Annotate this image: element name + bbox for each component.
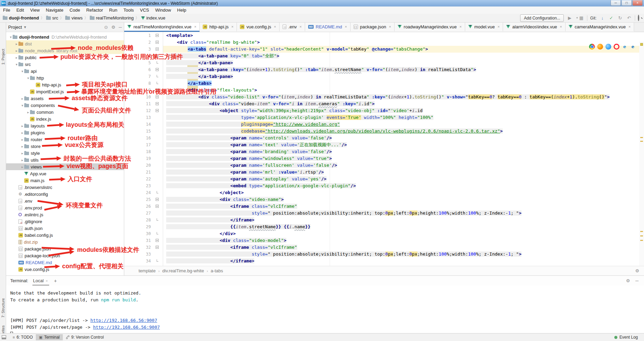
close-icon[interactable]: × — [498, 25, 500, 29]
line-number[interactable]: 17 — [124, 141, 151, 148]
line-number[interactable]: 33 — [124, 251, 151, 258]
toolwindow-toggle-icon[interactable] — [2, 335, 6, 339]
close-icon[interactable]: × — [274, 25, 276, 29]
code-line[interactable]: style=" position:absolute;visibility:inh… — [166, 251, 639, 258]
tree-item[interactable]: ▾duoji-frontendD:\zheheWeb\duoji-fronten… — [6, 33, 124, 40]
line-number[interactable]: 29 — [124, 223, 151, 230]
fold-icon[interactable] — [156, 102, 159, 105]
statusbar-terminal[interactable]: ▣Terminal — [36, 334, 63, 340]
line-number[interactable]: 32 — [124, 244, 151, 251]
editor-tab[interactable]: { }package.json× — [350, 23, 395, 32]
code-line[interactable]: <param name='text' value='正在加载视频中...'/> — [166, 141, 639, 148]
close-icon[interactable]: × — [345, 25, 347, 29]
line-number[interactable]: 20 — [124, 162, 151, 169]
line-number[interactable]: 6 — [124, 66, 151, 73]
search-everywhere-icon[interactable] — [638, 15, 639, 21]
close-icon[interactable]: × — [194, 25, 196, 29]
tree-item[interactable]: ⚙.editorconfig — [6, 191, 124, 197]
code-line[interactable]: <div class="flex-layouts"> — [166, 87, 639, 94]
inspection-indicator[interactable] — [640, 43, 643, 46]
editor-tab[interactable]: MDREADME.md× — [305, 23, 350, 32]
line-number[interactable]: 34 — [124, 258, 151, 264]
close-icon[interactable]: × — [560, 25, 562, 29]
warning-mark[interactable] — [640, 231, 643, 232]
menu-tools[interactable]: Tools — [120, 7, 137, 13]
warning-mark[interactable] — [640, 235, 643, 236]
close-icon[interactable]: × — [459, 25, 461, 29]
stripe-structure-label[interactable]: 7: Structure — [1, 298, 5, 318]
fold-end-icon[interactable] — [157, 75, 158, 77]
chevron-icon[interactable]: ▸ — [20, 145, 24, 148]
breadcrumb-item[interactable]: realTimeMonitoring — [90, 15, 134, 21]
statusbar--version-control[interactable]: 9: Version Control — [63, 334, 107, 340]
git-history-icon[interactable]: ↻ — [617, 15, 623, 21]
fold-end-icon[interactable] — [157, 259, 158, 262]
code-line[interactable]: style=" position:absolute;visibility:inh… — [166, 210, 639, 217]
line-number[interactable]: 4 — [124, 53, 151, 59]
terminal-minimize-icon[interactable]: ─ — [635, 278, 639, 283]
line-number[interactable]: 18 — [124, 148, 151, 155]
safari-icon[interactable] — [605, 44, 611, 50]
fold-icon[interactable] — [156, 54, 159, 57]
chevron-icon[interactable]: ▸ — [20, 131, 24, 135]
breadcrumb-item[interactable]: src — [46, 15, 58, 21]
project-panel-title[interactable]: Project — [8, 25, 22, 30]
code-line[interactable]: <param name='controls' value='false'/> — [166, 135, 639, 141]
tree-item[interactable]: .browserslistrc — [6, 184, 124, 191]
code-line[interactable]: {{item.streetName}} {{i.name}} — [166, 223, 639, 230]
line-number[interactable]: 14 — [124, 121, 151, 128]
line-number[interactable]: 3 — [124, 46, 151, 53]
tree-item[interactable]: ▸store — [6, 143, 124, 150]
menu-navigate[interactable]: Navigate — [43, 7, 66, 13]
tree-item[interactable]: ▸router — [6, 136, 124, 143]
editor-tab[interactable]: JShttp-api.js× — [200, 23, 237, 32]
tree-item[interactable]: ▸views — [6, 163, 124, 170]
tree-item[interactable]: ▾src — [6, 61, 124, 68]
tree-item[interactable]: { }auth.json — [6, 225, 124, 232]
chevron-icon[interactable]: ▸ — [20, 124, 24, 128]
editor-tab[interactable]: roadwayManage\index.vue× — [395, 23, 465, 32]
tree-item[interactable]: .env — [6, 197, 124, 204]
chevron-icon[interactable]: ▸ — [20, 158, 24, 162]
code-line[interactable]: </object> — [166, 189, 639, 196]
code-line[interactable]: </iframe> — [166, 258, 639, 264]
editor-gutter[interactable]: 1234567891011121314151617181920212223242… — [124, 32, 163, 266]
editor-tab[interactable]: realTimeMonitoring\index.vue× — [124, 23, 200, 32]
breadcrumb-item[interactable]: index.vue — [141, 15, 166, 21]
tree-item[interactable]: JShttp-api.js — [6, 81, 124, 88]
tree-item[interactable]: { }package-lock.json — [6, 252, 124, 259]
code-line[interactable]: <div class="video-model"> — [166, 237, 639, 244]
fold-icon[interactable] — [156, 68, 159, 71]
fold-icon[interactable] — [156, 95, 159, 98]
line-number[interactable]: 25 — [124, 196, 151, 203]
code-line[interactable]: <div class="video-name"> — [166, 196, 639, 203]
tree-item[interactable]: ▸utils — [6, 156, 124, 163]
menu-view[interactable]: View — [27, 7, 43, 13]
tree-item[interactable]: JSbabel.config.js — [6, 232, 124, 238]
line-number[interactable]: 30 — [124, 230, 151, 237]
code-line[interactable]: <a-tab-pane :key="(index+1).toString()" … — [166, 66, 639, 73]
menu-code[interactable]: Code — [67, 7, 83, 13]
editor-tab[interactable]: cameraManage\index.vue× — [566, 23, 634, 32]
line-number[interactable]: 12 — [124, 107, 151, 114]
fold-icon[interactable] — [156, 109, 159, 112]
fold-icon[interactable] — [156, 198, 159, 201]
line-number[interactable]: 21 — [124, 169, 151, 176]
minimize-button[interactable]: ─ — [611, 0, 621, 6]
git-commit-icon[interactable]: ✓ — [608, 15, 614, 21]
line-number[interactable]: 31 — [124, 237, 151, 244]
ie-icon[interactable]: e — [622, 44, 628, 50]
code-line[interactable]: <param name='branding' value='false'/> — [166, 148, 639, 155]
line-number[interactable]: 2 — [124, 39, 151, 46]
line-number[interactable]: 26 — [124, 203, 151, 210]
editor-breadcrumb-item[interactable]: a-tabs — [211, 268, 223, 273]
chevron-icon[interactable]: ▸ — [26, 110, 30, 114]
tree-item[interactable]: ▸layouts — [6, 122, 124, 129]
tree-item[interactable]: JSmain.js — [6, 177, 124, 184]
terminal-link[interactable]: http://192.168.66.56:9007 — [93, 325, 160, 330]
tree-item[interactable]: ▸public — [6, 54, 124, 61]
statusbar--todo[interactable]: ≡6: TODO — [10, 334, 36, 340]
tree-item[interactable]: .env.prod — [6, 204, 124, 211]
code-line[interactable]: </a-tab-pane> — [166, 73, 639, 80]
breadcrumb-item[interactable]: views — [65, 15, 83, 21]
